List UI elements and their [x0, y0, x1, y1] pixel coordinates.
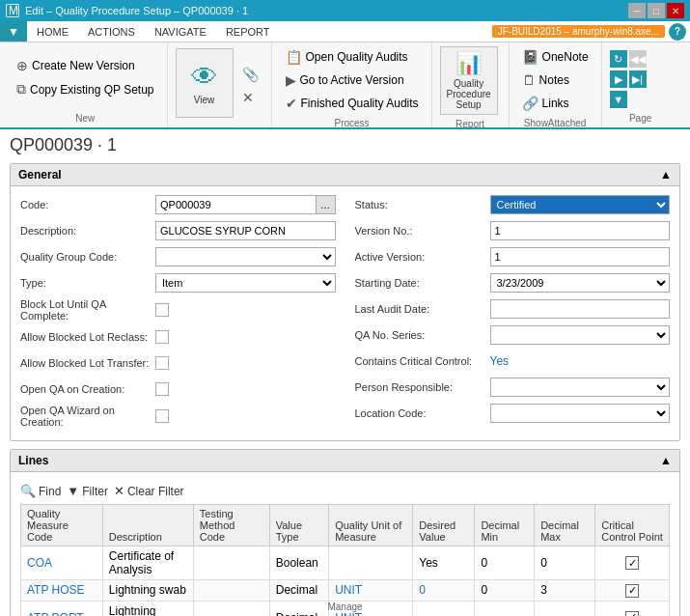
qa-no-series-label: QA No. Series: [355, 329, 490, 341]
allow-blocked-transfer-label: Allow Blocked Lot Transfer: [20, 357, 155, 369]
last-audit-date-input[interactable] [490, 299, 671, 319]
location-code-select[interactable] [490, 404, 671, 423]
active-version-input[interactable] [490, 247, 671, 266]
page-title: QP000039 · 1 [10, 135, 680, 155]
starting-date-label: Starting Date: [355, 277, 490, 289]
open-qa-wizard-row: Open QA Wizard on Creation: [20, 405, 336, 428]
col-quality-measure-code: Quality Measure Code [21, 505, 103, 546]
menu-actions[interactable]: ACTIONS [78, 21, 145, 42]
col-desired-value: Desired Value [413, 505, 475, 546]
first-page-button[interactable]: ◀◀ [629, 50, 647, 68]
view-button[interactable]: 👁 View [176, 48, 234, 118]
open-qa-creation-label: Open QA on Creation: [20, 383, 155, 395]
location-code-row: Location Code: [355, 403, 671, 424]
open-audits-icon: 📋 [286, 49, 302, 65]
code-label: Code: [20, 199, 155, 210]
row0-testing-method [193, 546, 269, 580]
window-controls: ─ □ ✕ [628, 3, 684, 18]
last-page-button[interactable]: ▶| [629, 70, 647, 88]
arrow-down-button[interactable]: ▼ [610, 91, 627, 108]
block-lot-checkbox[interactable] [155, 303, 169, 317]
finished-quality-audits-button[interactable]: ✔ Finished Quality Audits [281, 93, 424, 114]
minimize-button[interactable]: ─ [628, 3, 646, 18]
ribbon-group-new: ⊕ Create New Version ⧉ Copy Existing QP … [4, 42, 168, 127]
version-no-label: Version No.: [355, 225, 490, 237]
qp-setup-label: Quality Procedure Setup [445, 78, 493, 110]
lines-collapse-icon[interactable]: ▲ [660, 454, 672, 467]
create-new-version-button[interactable]: ⊕ Create New Version [12, 55, 159, 76]
delete-button[interactable]: ✕ [237, 87, 263, 108]
menu-dropdown-btn[interactable]: ▼ [0, 21, 27, 42]
lines-section-label: Lines [18, 454, 48, 467]
find-button[interactable]: 🔍 Find [20, 484, 61, 498]
refresh-button[interactable]: ↻ [610, 50, 627, 68]
clear-filter-icon: ✕ [114, 484, 124, 498]
col-quality-uom: Quality Unit of Measure [329, 505, 413, 546]
filter-button[interactable]: ▼ Filter [67, 484, 108, 498]
attach-button[interactable]: 📎 [237, 64, 263, 85]
general-form-grid: Code: … Description: Quality Group Code: [20, 194, 670, 433]
row1-critical-checkbox[interactable]: ✓ [625, 584, 639, 598]
open-qa-creation-checkbox[interactable] [155, 382, 169, 396]
type-label: Type: [20, 277, 155, 289]
description-input[interactable] [155, 221, 336, 240]
view-icon: 👁 [191, 61, 218, 93]
close-button[interactable]: ✕ [667, 3, 684, 18]
ribbon-group-manage: 👁 View 📎 ✕ Manage [168, 42, 272, 127]
code-input[interactable] [155, 195, 317, 214]
ribbon-process-items: 📋 Open Quality Audits ▶ Go to Active Ver… [281, 46, 424, 114]
copy-qp-icon: ⧉ [16, 81, 26, 98]
row0-decimal-max: 0 [535, 546, 595, 580]
open-quality-audits-button[interactable]: 📋 Open Quality Audits [281, 46, 424, 68]
menu-bar: ▼ HOME ACTIONS NAVIGATE REPORT JF-BUILD2… [0, 21, 690, 42]
row0-critical-checkbox[interactable]: ✓ [625, 556, 639, 570]
lines-table-header: Quality Measure Code Description Testing… [21, 505, 670, 546]
quality-group-code-select[interactable] [155, 247, 336, 266]
allow-blocked-reclass-checkbox[interactable] [155, 330, 169, 344]
allow-blocked-transfer-checkbox[interactable] [155, 356, 169, 370]
person-responsible-select[interactable] [490, 378, 671, 397]
ribbon-group-process: 📋 Open Quality Audits ▶ Go to Active Ver… [273, 42, 432, 127]
type-select[interactable]: Item [155, 273, 336, 293]
col-critical-control-point: Critical Control Point [595, 505, 670, 546]
ribbon-new-label: New [12, 109, 159, 124]
notes-icon: 🗒 [522, 72, 536, 88]
clear-filter-button[interactable]: ✕ Clear Filter [114, 484, 184, 498]
next-page-button[interactable]: ▶ [610, 70, 627, 88]
qa-no-series-select[interactable] [490, 325, 671, 345]
onenote-button[interactable]: 📓 OneNote [517, 46, 593, 68]
menu-navigate[interactable]: NAVIGATE [145, 21, 216, 42]
row0-code[interactable]: COA [21, 546, 103, 580]
person-responsible-label: Person Responsible: [355, 381, 490, 393]
ribbon-new-col: ⊕ Create New Version ⧉ Copy Existing QP … [12, 46, 159, 109]
row0-critical-control[interactable]: ✓ [595, 546, 670, 580]
copy-existing-qp-button[interactable]: ⧉ Copy Existing QP Setup [12, 78, 159, 100]
menu-report[interactable]: REPORT [216, 21, 280, 42]
active-version-row: Active Version: [355, 246, 671, 267]
maximize-button[interactable]: □ [648, 3, 665, 18]
table-row: COA Certificate of Analysis Boolean Yes … [21, 546, 670, 580]
starting-date-select[interactable]: 3/23/2009 [490, 273, 671, 293]
menu-home[interactable]: HOME [27, 21, 78, 42]
menu-items: HOME ACTIONS NAVIGATE REPORT [27, 21, 280, 42]
notes-button[interactable]: 🗒 Notes [517, 70, 593, 91]
general-collapse-icon[interactable]: ▲ [660, 168, 672, 182]
version-no-row: Version No.: [355, 220, 671, 241]
contains-critical-control-value[interactable]: Yes [490, 354, 510, 368]
status-select[interactable]: Certified [490, 195, 671, 214]
code-browse-button[interactable]: … [317, 195, 336, 214]
go-to-active-version-button[interactable]: ▶ Go to Active Version [281, 70, 424, 91]
open-qa-wizard-checkbox[interactable] [155, 409, 169, 423]
qp-setup-icon: 📊 [455, 51, 482, 76]
filter-icon: ▼ [67, 484, 79, 498]
menu-bar-right: JF-BUILD2015 – amurphy-win8.axe... ? [492, 21, 690, 42]
title-bar: M Edit – Quality Procedure Setup – QP000… [0, 0, 690, 21]
quality-procedure-setup-button[interactable]: 📊 Quality Procedure Setup [440, 46, 498, 115]
find-label: Find [39, 485, 61, 498]
col-decimal-min: Decimal Min [475, 505, 535, 546]
general-section-body: Code: … Description: Quality Group Code: [11, 186, 679, 440]
general-left-col: Code: … Description: Quality Group Code: [20, 194, 336, 433]
version-no-input[interactable] [490, 221, 671, 240]
help-button[interactable]: ? [669, 23, 686, 41]
links-button[interactable]: 🔗 Links [517, 93, 593, 114]
